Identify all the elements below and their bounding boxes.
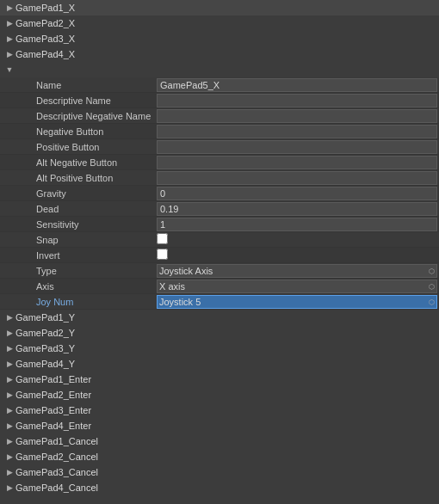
prop-value xyxy=(155,171,439,185)
input-manager-panel: ▶GamePad1_X▶GamePad2_X▶GamePad3_X▶GamePa… xyxy=(0,0,439,495)
prop-input-field[interactable] xyxy=(157,171,437,185)
tree-item[interactable]: ▶GamePad3_Cancel xyxy=(0,464,439,480)
expand-arrow-icon: ▶ xyxy=(3,2,15,14)
gamepad5-x-group: ▼ NameDescriptive NameDescriptive Negati… xyxy=(0,62,439,310)
property-row: Dead xyxy=(0,201,439,217)
prop-select[interactable]: X axisY axis3rd axis4th axis5th axis6th … xyxy=(157,280,437,293)
tree-item[interactable]: ▶GamePad2_Y xyxy=(0,325,439,341)
prop-label: Alt Negative Button xyxy=(0,157,155,168)
prop-input-field[interactable] xyxy=(157,156,437,169)
tree-item[interactable]: ▶GamePad4_Cancel xyxy=(0,480,439,495)
property-row: Positive Button xyxy=(0,139,439,155)
tree-item[interactable]: ▶GamePad1_Cancel xyxy=(0,433,439,449)
prop-label: Descriptive Negative Name xyxy=(0,111,155,121)
gamepad5-x-header[interactable]: ▼ xyxy=(0,62,439,77)
prop-input-field[interactable] xyxy=(157,218,437,231)
prop-value xyxy=(155,125,439,138)
prop-label: Negative Button xyxy=(0,126,155,137)
prop-value xyxy=(155,109,439,123)
tree-item[interactable]: ▶GamePad2_Cancel xyxy=(0,449,439,464)
tree-item[interactable]: ▶GamePad4_Y xyxy=(0,356,439,372)
property-row: Descriptive Negative Name xyxy=(0,108,439,124)
prop-select[interactable]: Joystick AxisKey or Mouse ButtonMouse Mo… xyxy=(157,264,437,278)
prop-value xyxy=(155,94,439,108)
property-row: AxisX axisY axis3rd axis4th axis5th axis… xyxy=(0,279,439,294)
prop-checkbox[interactable] xyxy=(157,233,168,244)
prop-input-field[interactable] xyxy=(157,94,437,108)
prop-label: Axis xyxy=(0,281,155,292)
prop-label: Snap xyxy=(0,235,155,245)
select-wrapper: Get Motion from all JoysticksJoystick 1J… xyxy=(157,295,437,309)
collapse-arrow-icon: ▼ xyxy=(3,65,15,74)
property-row: Sensitivity xyxy=(0,217,439,232)
expand-arrow-icon: ▶ xyxy=(3,466,15,478)
prop-label: Type xyxy=(0,266,155,276)
prop-label: Positive Button xyxy=(0,142,155,152)
tree-item[interactable]: ▶GamePad1_Y xyxy=(0,310,439,325)
property-row: Gravity xyxy=(0,186,439,201)
prop-value xyxy=(155,249,439,261)
prop-value xyxy=(155,233,439,246)
tree-item[interactable]: ▶GamePad2_X xyxy=(0,15,439,31)
expand-arrow-icon: ▶ xyxy=(3,389,15,401)
prop-value xyxy=(155,202,439,216)
expand-arrow-icon: ▶ xyxy=(3,33,15,45)
prop-label: Name xyxy=(0,80,155,90)
properties-table: NameDescriptive NameDescriptive Negative… xyxy=(0,77,439,310)
property-row: Descriptive Name xyxy=(0,93,439,108)
prop-label: Descriptive Name xyxy=(0,95,155,106)
property-row: Alt Negative Button xyxy=(0,155,439,170)
tree-item[interactable]: ▶GamePad3_Enter xyxy=(0,403,439,418)
tree-item[interactable]: ▶GamePad3_X xyxy=(0,31,439,46)
expand-arrow-icon: ▶ xyxy=(3,17,15,29)
prop-input-field[interactable] xyxy=(157,140,437,154)
expand-arrow-icon: ▶ xyxy=(3,311,15,323)
expand-arrow-icon: ▶ xyxy=(3,48,15,60)
prop-input-field[interactable] xyxy=(157,78,437,92)
property-row: Snap xyxy=(0,232,439,248)
prop-input-field[interactable] xyxy=(157,125,437,138)
expand-arrow-icon: ▶ xyxy=(3,358,15,370)
prop-input-field[interactable] xyxy=(157,109,437,123)
tree-item[interactable]: ▶GamePad3_Y xyxy=(0,341,439,356)
expand-arrow-icon: ▶ xyxy=(3,435,15,447)
prop-label: Joy Num xyxy=(0,297,155,307)
prop-label: Sensitivity xyxy=(0,219,155,230)
bottom-collapsed-items: ▶GamePad1_Y▶GamePad2_Y▶GamePad3_Y▶GamePa… xyxy=(0,310,439,495)
property-row: Joy NumGet Motion from all JoysticksJoys… xyxy=(0,294,439,310)
prop-value xyxy=(155,156,439,169)
expand-arrow-icon: ▶ xyxy=(3,420,15,432)
select-wrapper: X axisY axis3rd axis4th axis5th axis6th … xyxy=(157,280,437,293)
property-row: Alt Positive Button xyxy=(0,170,439,186)
prop-value xyxy=(155,78,439,92)
tree-item[interactable]: ▶GamePad4_X xyxy=(0,46,439,62)
prop-value xyxy=(155,140,439,154)
prop-value: Get Motion from all JoysticksJoystick 1J… xyxy=(155,295,439,309)
property-row: Negative Button xyxy=(0,124,439,139)
property-row: TypeJoystick AxisKey or Mouse ButtonMous… xyxy=(0,263,439,279)
expand-arrow-icon: ▶ xyxy=(3,342,15,354)
expand-arrow-icon: ▶ xyxy=(3,482,15,494)
tree-item[interactable]: ▶GamePad4_Enter xyxy=(0,418,439,433)
expand-arrow-icon: ▶ xyxy=(3,373,15,385)
prop-value: Joystick AxisKey or Mouse ButtonMouse Mo… xyxy=(155,264,439,278)
prop-label: Invert xyxy=(0,250,155,261)
prop-select[interactable]: Get Motion from all JoysticksJoystick 1J… xyxy=(157,295,437,309)
select-wrapper: Joystick AxisKey or Mouse ButtonMouse Mo… xyxy=(157,264,437,278)
expand-arrow-icon: ▶ xyxy=(3,404,15,416)
prop-label: Dead xyxy=(0,204,155,214)
prop-label: Gravity xyxy=(0,188,155,199)
prop-label: Alt Positive Button xyxy=(0,173,155,183)
prop-input-field[interactable] xyxy=(157,187,437,200)
prop-checkbox[interactable] xyxy=(157,249,168,260)
prop-value: X axisY axis3rd axis4th axis5th axis6th … xyxy=(155,280,439,293)
property-row: Name xyxy=(0,77,439,93)
prop-input-field[interactable] xyxy=(157,202,437,216)
tree-item[interactable]: ▶GamePad1_X xyxy=(0,0,439,15)
tree-item[interactable]: ▶GamePad1_Enter xyxy=(0,372,439,387)
prop-value xyxy=(155,218,439,231)
tree-item[interactable]: ▶GamePad2_Enter xyxy=(0,387,439,403)
property-row: Invert xyxy=(0,248,439,263)
expand-arrow-icon: ▶ xyxy=(3,451,15,463)
prop-value xyxy=(155,187,439,200)
